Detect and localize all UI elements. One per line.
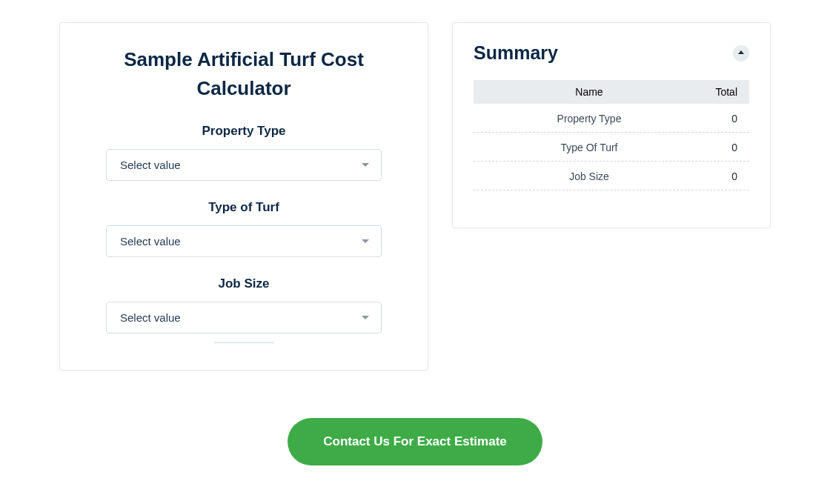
calculator-card: Sample Artificial Turf Cost Calculator P…	[59, 22, 428, 371]
row-name: Property Type	[481, 113, 697, 125]
chevron-down-icon	[362, 316, 369, 319]
field-job-size: Job Size Select value	[106, 276, 382, 334]
field-turf-type: Type of Turf Select value	[106, 200, 382, 257]
collapse-button[interactable]	[733, 45, 749, 62]
row-name: Job Size	[481, 170, 697, 182]
table-row: Job Size 0	[474, 162, 749, 190]
contact-us-button[interactable]: Contact Us For Exact Estimate	[288, 418, 542, 465]
cta-wrap: Contact Us For Exact Estimate	[59, 418, 771, 465]
field-label: Job Size	[106, 276, 382, 291]
row-name: Type Of Turf	[481, 142, 697, 153]
summary-card: Summary Name Total Property Type 0 Type …	[452, 22, 771, 228]
row-total: 0	[697, 170, 742, 182]
row-total: 0	[697, 113, 742, 125]
select-placeholder: Select value	[120, 235, 181, 248]
field-label: Property Type	[106, 124, 382, 139]
chevron-up-icon	[738, 50, 744, 54]
table-row: Property Type 0	[474, 104, 749, 133]
field-property-type: Property Type Select value	[106, 124, 382, 181]
field-label: Type of Turf	[106, 200, 382, 215]
turf-type-select[interactable]: Select value	[106, 225, 382, 257]
divider-line	[214, 342, 273, 343]
select-placeholder: Select value	[120, 159, 181, 171]
chevron-down-icon	[362, 239, 369, 243]
select-placeholder: Select value	[120, 311, 181, 324]
property-type-select[interactable]: Select value	[106, 149, 382, 181]
summary-table: Name Total Property Type 0 Type Of Turf …	[474, 80, 749, 190]
col-name-header: Name	[481, 86, 697, 98]
table-row: Type Of Turf 0	[474, 133, 749, 162]
table-head: Name Total	[474, 80, 749, 104]
calculator-title: Sample Artificial Turf Cost Calculator	[106, 45, 382, 103]
col-total-header: Total	[697, 86, 742, 98]
row-total: 0	[697, 142, 742, 153]
chevron-down-icon	[362, 163, 369, 167]
summary-header: Summary	[474, 42, 749, 64]
job-size-select[interactable]: Select value	[106, 302, 382, 334]
summary-title: Summary	[474, 42, 558, 64]
